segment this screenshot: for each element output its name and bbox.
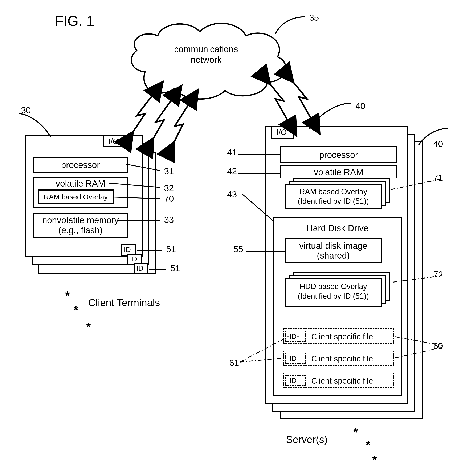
svg-line-2	[113, 197, 160, 199]
ref-40b: 40	[433, 139, 443, 149]
server-caption: Server(s)	[286, 434, 327, 445]
ref-41: 41	[227, 147, 237, 157]
client-processor-label: processor	[33, 160, 128, 170]
lightning-server	[252, 72, 328, 135]
ref-35: 35	[309, 13, 319, 23]
cloud-label-2: network	[162, 55, 250, 65]
ref-42: 42	[227, 166, 237, 176]
ld-51a	[137, 248, 170, 255]
client-ram-overlay-label: RAM based Overlay	[38, 193, 113, 201]
ref-31: 31	[164, 166, 174, 176]
ld-32	[109, 181, 168, 194]
ref-72: 72	[433, 270, 443, 280]
server-hdd-label: Hard Disk Drive	[273, 223, 402, 233]
ref-32: 32	[164, 183, 174, 193]
client-nvm-l2: (e.g., flash)	[33, 225, 128, 235]
lightning-client	[116, 82, 204, 149]
ref-61: 61	[229, 358, 239, 368]
ref-71: 71	[433, 173, 443, 183]
server-ram-label: volatile RAM	[280, 167, 398, 177]
svg-line-1	[109, 183, 160, 187]
svg-line-9	[242, 194, 273, 221]
ref-30: 30	[21, 105, 31, 115]
ref-43: 43	[227, 189, 237, 200]
server-processor-label: processor	[280, 150, 398, 160]
ld-33	[118, 219, 168, 225]
ref-51a: 51	[166, 244, 176, 254]
ref-33: 33	[164, 215, 174, 225]
client-caption: Client Terminals	[88, 297, 160, 308]
leader-35	[273, 15, 307, 40]
ref-60: 60	[433, 341, 443, 351]
ld-31	[126, 160, 168, 173]
client-nvm-l1: nonvolatile memory	[33, 215, 128, 225]
cloud-label-1: communications	[162, 44, 250, 54]
ref-40a: 40	[355, 101, 365, 111]
ref-51b: 51	[170, 263, 180, 273]
svg-line-0	[126, 164, 160, 171]
figure-title: FIG. 1	[55, 13, 95, 29]
ld-70	[113, 196, 168, 204]
ref-70: 70	[164, 194, 174, 204]
ref-55: 55	[233, 244, 243, 254]
